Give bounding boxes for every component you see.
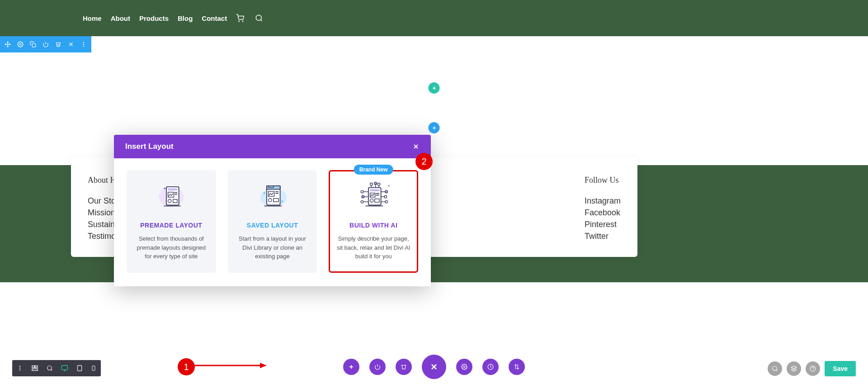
svg-point-57 [385,190,388,193]
more-vertical-icon[interactable] [80,41,87,47]
sort-button[interactable] [509,359,525,375]
close-icon[interactable] [68,41,74,47]
bottom-left-toolbar [12,360,101,376]
svg-point-92 [773,366,777,370]
add-row-button[interactable] [429,122,440,133]
svg-point-29 [164,188,165,190]
layout-card-desc: Start from a layout in your Divi Library… [235,234,310,261]
cart-icon[interactable] [236,14,244,22]
svg-rect-22 [168,189,177,191]
footer-link[interactable]: Twitter [585,230,621,242]
svg-point-53 [362,195,364,198]
svg-rect-74 [35,366,38,368]
layout-card-title: BUILD WITH AI [336,222,411,229]
saved-layout-card[interactable]: SAVED LAYOUT Start from a layout in your… [228,170,317,273]
svg-rect-35 [275,191,278,192]
annotation-2: 2 [415,153,433,170]
phone-icon[interactable] [91,365,96,372]
tablet-icon[interactable] [76,365,83,372]
nav-contact[interactable]: Contact [202,14,227,22]
top-nav: Home About Products Blog Contact [0,0,868,36]
section-toolbar [0,36,91,52]
svg-line-77 [51,370,52,371]
trash-button[interactable] [396,359,412,375]
footer-link[interactable]: Facebook [585,207,621,218]
nav-about[interactable]: About [111,14,130,22]
zoom-icon[interactable] [47,365,53,371]
svg-rect-24 [175,192,177,193]
power-button[interactable] [369,359,386,375]
bottom-right-toolbar: Save [768,361,856,376]
build-with-ai-card[interactable]: Brand New BUILD WITH AI Simply describe … [329,170,418,273]
annotation-1: 1 [178,358,195,375]
svg-point-6 [19,43,21,45]
close-icon[interactable] [412,143,420,150]
premade-layout-card[interactable]: PREMADE LAYOUT Select from thousands of … [127,170,216,273]
desktop-icon[interactable] [61,365,68,372]
svg-point-2 [256,15,261,20]
layout-card-title: PREMADE LAYOUT [134,222,209,229]
gear-icon[interactable] [17,41,24,47]
nav-products[interactable]: Products [139,14,169,22]
modal-title: Insert Layout [125,142,174,151]
svg-point-76 [47,366,52,370]
svg-point-62 [370,183,373,185]
nav-blog[interactable]: Blog [178,14,193,22]
brand-new-badge: Brand New [354,165,393,175]
svg-point-1 [242,21,243,22]
layout-card-desc: Select from thousands of premade layouts… [134,234,209,261]
add-section-button[interactable] [429,82,440,94]
layout-card-title: SAVED LAYOUT [235,222,310,229]
svg-point-13 [83,46,84,47]
svg-rect-45 [376,193,379,194]
svg-rect-73 [32,366,34,368]
help-button[interactable] [806,361,820,376]
svg-rect-78 [61,365,67,370]
footer-link[interactable]: Instagram [585,195,621,207]
search-button[interactable] [768,361,782,376]
svg-point-0 [239,21,240,22]
annotation-arrow [194,361,267,370]
save-button[interactable]: Save [825,361,856,376]
nav-home[interactable]: Home [83,14,102,22]
svg-rect-83 [92,366,95,370]
footer-col-follow: Follow Us Instagram Facebook Pinterest T… [585,176,621,239]
svg-line-3 [261,19,262,21]
svg-marker-69 [260,363,267,368]
settings-button[interactable] [456,359,472,375]
svg-point-11 [83,42,84,43]
svg-rect-46 [376,194,379,195]
svg-point-64 [374,182,377,185]
modal-header[interactable]: Insert Layout [114,135,431,158]
svg-point-71 [19,368,20,369]
wireframe-icon[interactable] [31,365,38,372]
layout-icon [336,180,411,213]
power-icon[interactable] [42,41,49,47]
layers-button[interactable] [787,361,801,376]
svg-point-12 [83,44,84,45]
svg-point-66 [377,183,380,185]
svg-rect-75 [32,369,38,370]
svg-rect-36 [275,193,278,194]
layout-icon [134,180,209,213]
add-button[interactable] [343,359,359,375]
layout-card-desc: Simply describe your page, sit back, rel… [336,234,411,261]
svg-rect-43 [370,189,379,191]
search-icon[interactable] [255,14,263,22]
svg-rect-81 [77,365,81,371]
svg-rect-7 [32,43,36,47]
trash-icon[interactable] [55,41,61,47]
svg-point-70 [19,366,20,367]
move-icon[interactable] [5,41,11,47]
footer-link[interactable]: Pinterest [585,218,621,230]
duplicate-icon[interactable] [30,41,36,47]
bottom-center-toolbar [343,355,525,379]
more-vertical-icon[interactable] [17,365,23,371]
svg-marker-94 [791,366,797,369]
close-panel-button[interactable] [422,355,446,379]
modal-body: PREMADE LAYOUT Select from thousands of … [114,158,431,286]
layout-icon [235,180,310,213]
insert-layout-modal: Insert Layout PREMADE LAYOUT Select from… [114,135,431,286]
history-button[interactable] [482,359,499,375]
footer-heading: Follow Us [585,176,621,185]
